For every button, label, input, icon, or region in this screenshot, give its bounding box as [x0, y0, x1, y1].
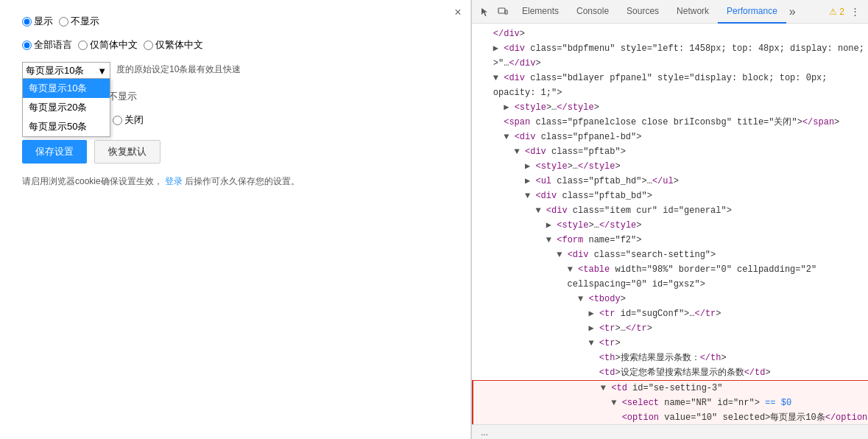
tab-console[interactable]: Console	[568, 0, 618, 24]
tree-line[interactable]: ▼ <div class="item cur" id="general">	[472, 203, 868, 218]
language-row: 全部语言 仅简体中文 仅繁体中文	[22, 38, 448, 52]
tree-line[interactable]: ▶ <style>…</style>	[472, 218, 868, 233]
devtools-content[interactable]: </div> ▶ <div class="bdpfmenu" style="le…	[472, 24, 868, 424]
action-buttons: 保存设置 恢复默认	[22, 140, 448, 164]
tree-line[interactable]: ▼ <div class="search-setting">	[472, 247, 868, 262]
dropdown-arrow-icon: ▼	[97, 66, 107, 77]
lang-simplified-option[interactable]: 仅简体中文	[78, 38, 138, 52]
tree-line[interactable]: opacity: 1;">	[472, 85, 868, 100]
display-row: 显示 不显示	[22, 15, 448, 28]
warnings-indicator[interactable]: ⚠ 2	[829, 7, 844, 17]
dropdown-wrapper: 每页显示10条 ▼ 每页显示10条 每页显示20条 每页显示50条	[22, 62, 110, 80]
login-link[interactable]: 登录	[165, 176, 183, 186]
tree-line[interactable]: <td>设定您希望搜索结果显示的条数</td>	[472, 365, 868, 380]
tree-line[interactable]: ▼ <form name="f2">	[472, 233, 868, 247]
tree-line[interactable]: </div>	[472, 27, 868, 41]
tab-elements[interactable]: Elements	[513, 0, 568, 24]
browse-mode-close-option[interactable]: 关闭	[113, 113, 144, 127]
close-button[interactable]: ×	[451, 6, 465, 19]
results-per-page-row: 每页显示10条 ▼ 每页显示10条 每页显示20条 每页显示50条 度的原始设定…	[22, 62, 448, 80]
show2-hide-label: 不显示	[108, 90, 137, 103]
devtools-status-bar: ...	[472, 424, 868, 439]
status-ellipsis[interactable]: ...	[478, 427, 491, 438]
results-per-page-select[interactable]: 每页显示10条 ▼	[22, 62, 110, 80]
tree-line[interactable]: ▼ <div class="pfpanel-bd">	[472, 130, 868, 144]
lang-all-label: 全部语言	[34, 38, 72, 52]
tree-line[interactable]: ▶ <style>…</style>	[472, 100, 868, 115]
responsive-icon[interactable]	[495, 4, 510, 19]
tree-line[interactable]: ▼ <tbody>	[472, 292, 868, 306]
dropdown-item-50[interactable]: 每页显示50条	[23, 117, 110, 136]
warning-count: 2	[839, 7, 844, 17]
tree-line[interactable]: ▶ <tr>…</tr>	[472, 321, 868, 336]
lang-all-option[interactable]: 全部语言	[22, 38, 72, 52]
tree-line[interactable]: ▶ <div class="bdpfmenu" style="left: 145…	[472, 41, 868, 56]
devtools-menu-button[interactable]: ⋮	[847, 4, 862, 19]
tab-performance[interactable]: Performance	[718, 0, 786, 24]
tree-line[interactable]: >"…</div>	[472, 56, 868, 71]
footer-text-after: 后操作可永久保存您的设置。	[185, 176, 300, 186]
footer-text: 请启用浏览器cookie确保设置生效， 登录 后操作可永久保存您的设置。	[22, 175, 448, 188]
tree-line[interactable]: ▼ <td id="se-setting-3"	[472, 380, 868, 396]
svg-rect-0	[498, 8, 505, 13]
cursor-icon[interactable]	[478, 4, 493, 19]
dropdown-item-10[interactable]: 每页显示10条	[23, 79, 110, 98]
tree-line[interactable]: ▼ <tr>	[472, 336, 868, 351]
reset-button[interactable]: 恢复默认	[94, 140, 160, 164]
tab-sources[interactable]: Sources	[618, 0, 668, 24]
lang-traditional-option[interactable]: 仅繁体中文	[144, 38, 203, 52]
lang-traditional-label: 仅繁体中文	[155, 38, 203, 52]
display-hide-label: 不显示	[71, 15, 99, 28]
save-settings-button[interactable]: 保存设置	[22, 140, 87, 164]
tree-line[interactable]: ▶ <style>…</style>	[472, 159, 868, 174]
display-hide-option[interactable]: 不显示	[59, 15, 99, 28]
dropdown-selected-label: 每页显示10条	[26, 64, 84, 77]
tree-line[interactable]: <th>搜索结果显示条数：</th>	[472, 351, 868, 365]
browse-mode-close-label: 关闭	[124, 113, 144, 127]
lang-simplified-label: 仅简体中文	[90, 38, 138, 52]
tree-line[interactable]: ▼ <select name="NR" id="nr"> == $0	[472, 396, 868, 410]
dropdown-menu: 每页显示10条 每页显示20条 每页显示50条	[22, 78, 110, 137]
tree-line[interactable]: ▼ <div class="pftab_bd">	[472, 189, 868, 203]
display-show-option[interactable]: 显示	[22, 15, 53, 28]
dropdown-item-20[interactable]: 每页显示20条	[23, 98, 110, 117]
tree-line[interactable]: cellspacing="0" id="gxsz">	[472, 277, 868, 292]
devtools-panel: Elements Console Sources Network Perform…	[471, 0, 868, 439]
tab-network[interactable]: Network	[668, 0, 718, 24]
warning-icon: ⚠	[829, 7, 837, 17]
svg-rect-1	[505, 10, 507, 14]
tree-line[interactable]: ▼ <table width="98%" border="0" cellpadd…	[472, 262, 868, 277]
more-tabs-button[interactable]: »	[786, 5, 799, 18]
tree-line[interactable]: ▶ <ul class="pftab_hd">…</ul>	[472, 174, 868, 189]
tree-line[interactable]: ▶ <tr id="sugConf">…</tr>	[472, 306, 868, 321]
devtools-tabs: Elements Console Sources Network Perform…	[513, 0, 823, 24]
tree-line[interactable]: <option value="10" selected>每页显示10条</opt…	[472, 410, 868, 424]
dropdown-hint-text: 度的原始设定10条最有效且快速	[116, 63, 241, 76]
tree-line[interactable]: <span class="pfpanelclose close briIcons…	[472, 115, 868, 130]
tree-line[interactable]: ▼ <div class="pftab">	[472, 144, 868, 159]
settings-panel: × 显示 不显示 全部语言 仅简体中文 仅繁体中文 每页显示10条	[0, 0, 471, 439]
devtools-toolbar: Elements Console Sources Network Perform…	[472, 0, 868, 24]
footer-text-before: 请启用浏览器cookie确保设置生效，	[22, 176, 163, 186]
display-show-label: 显示	[34, 15, 53, 28]
tree-line[interactable]: ▼ <div class="bdlayer pfpanel" style="di…	[472, 71, 868, 85]
